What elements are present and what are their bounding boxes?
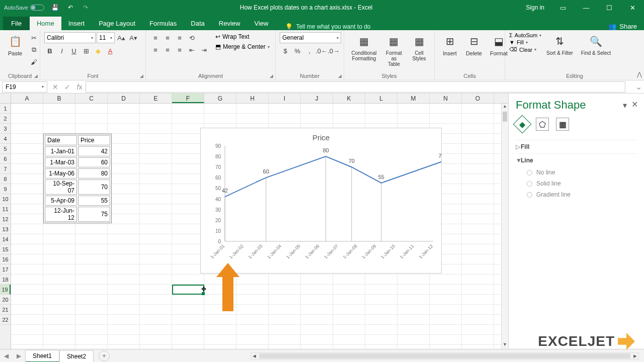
sheet-nav-next-icon[interactable]: ▶ (13, 352, 25, 359)
copy-icon[interactable]: ⧉ (28, 44, 39, 55)
wrap-text-button[interactable]: ↩Wrap Text (214, 32, 271, 41)
paste-button[interactable]: 📋 Paste (4, 32, 26, 57)
row-header[interactable]: 19 (0, 285, 11, 295)
row-header[interactable]: 16 (0, 254, 11, 264)
ribbon-display-icon[interactable]: ▭ (551, 0, 575, 15)
fill-line-tab-icon[interactable]: ◆ (513, 115, 532, 134)
row-header[interactable]: 3 (0, 124, 11, 134)
font-color-icon[interactable]: A (105, 45, 116, 56)
sort-filter-button[interactable]: ⇅ Sort & Filter (543, 32, 576, 57)
clear-button[interactable]: ⌫Clear▾ (509, 46, 541, 53)
select-all-corner[interactable] (0, 94, 11, 103)
column-header[interactable]: G (204, 94, 236, 103)
number-format-select[interactable]: General▾ (280, 32, 341, 43)
arrow-shape[interactable] (216, 263, 239, 311)
column-header[interactable]: L (365, 94, 397, 103)
fill-color-icon[interactable]: ◆ (93, 45, 104, 56)
column-header[interactable]: F (172, 94, 204, 103)
column-header[interactable]: M (397, 94, 430, 103)
percent-icon[interactable]: % (292, 45, 303, 56)
row-header[interactable]: 1 (0, 104, 11, 114)
autosave-toggle[interactable]: AutoSave (4, 5, 44, 11)
column-header[interactable]: B (43, 94, 75, 103)
expand-formula-bar-icon[interactable]: ⌄ (633, 82, 644, 92)
merge-center-button[interactable]: ⬒Merge & Center▾ (214, 42, 271, 51)
tab-page-layout[interactable]: Page Layout (92, 17, 142, 30)
column-header[interactable]: H (236, 94, 269, 103)
tab-home[interactable]: Home (30, 17, 61, 30)
row-header[interactable]: 10 (0, 194, 11, 204)
row-header[interactable]: 22 (0, 315, 11, 325)
borders-icon[interactable]: ⊞ (80, 45, 92, 56)
save-icon[interactable]: 💾 (51, 4, 59, 12)
row-header[interactable]: 13 (0, 224, 11, 234)
minimize-icon[interactable]: ― (575, 0, 598, 15)
row-header[interactable]: 4 (0, 134, 11, 144)
sheet-tab-2[interactable]: Sheet2 (59, 350, 94, 362)
row-header[interactable]: 11 (0, 204, 11, 214)
column-header[interactable]: N (430, 94, 462, 103)
tab-file[interactable]: File (3, 17, 30, 30)
row-header[interactable]: 14 (0, 234, 11, 244)
add-sheet-icon[interactable]: + (99, 350, 110, 361)
pane-options-icon[interactable]: ▾ (623, 101, 627, 110)
share-button[interactable]: 👥 Share (601, 23, 644, 30)
collapse-ribbon-icon[interactable]: ⋀ (637, 71, 642, 78)
fx-icon[interactable]: fx (73, 83, 86, 91)
row-header[interactable]: 15 (0, 244, 11, 254)
align-left-icon[interactable]: ≡ (150, 44, 161, 55)
sheet-nav-prev-icon[interactable]: ◀ (0, 352, 13, 359)
underline-button[interactable]: U (68, 45, 79, 56)
column-header[interactable]: O (462, 94, 494, 103)
decrease-indent-icon[interactable]: ⇤ (186, 44, 197, 55)
enter-formula-icon[interactable]: ✓ (61, 83, 73, 91)
no-line-radio[interactable]: No line (516, 167, 637, 178)
sheet-tab-1[interactable]: Sheet1 (25, 350, 59, 362)
row-header[interactable]: 21 (0, 305, 11, 315)
column-header[interactable]: E (140, 94, 172, 103)
close-pane-icon[interactable]: ✕ (631, 100, 638, 109)
increase-decimal-icon[interactable]: .0← (316, 45, 327, 56)
increase-font-icon[interactable]: A▴ (116, 32, 127, 43)
dialog-launcher-icon[interactable]: ◢ (34, 73, 38, 78)
row-header[interactable]: 2 (0, 114, 11, 124)
maximize-icon[interactable]: ☐ (598, 0, 621, 15)
row-header[interactable]: 6 (0, 154, 11, 164)
column-header[interactable]: I (269, 94, 301, 103)
column-header[interactable]: C (75, 94, 108, 103)
tab-insert[interactable]: Insert (61, 17, 92, 30)
cell-styles-button[interactable]: ▦ Cell Styles (408, 32, 430, 62)
spreadsheet-grid[interactable]: ABCDEFGHIJKLMNO 123456789101112131415161… (0, 94, 508, 349)
align-middle-icon[interactable]: ≡ (162, 32, 173, 43)
horizontal-scrollbar[interactable]: ◀ ▶ (251, 352, 639, 359)
tell-me-search[interactable]: 💡 Tell me what you want to do (285, 23, 601, 30)
autosum-button[interactable]: ΣAutoSum▾ (509, 32, 541, 38)
align-center-icon[interactable]: ≡ (162, 44, 173, 55)
dialog-launcher-icon[interactable]: ◢ (270, 73, 273, 78)
row-header[interactable]: 12 (0, 214, 11, 224)
line-section[interactable]: ▼Line (516, 153, 637, 167)
name-box[interactable]: F19▾ (2, 81, 47, 93)
column-header[interactable]: D (108, 94, 140, 103)
cancel-formula-icon[interactable]: ✕ (49, 83, 61, 91)
column-header[interactable]: A (11, 94, 43, 103)
line-chart[interactable]: Price 01020304050607080901-Jan-011-Jan-0… (200, 128, 442, 274)
row-header[interactable]: 9 (0, 184, 11, 194)
solid-line-radio[interactable]: Solid line (516, 178, 637, 189)
fill-button[interactable]: ▼Fill▾ (509, 39, 541, 45)
row-header[interactable]: 7 (0, 164, 11, 174)
format-painter-icon[interactable]: 🖌 (28, 56, 39, 67)
font-size-select[interactable]: 11▾ (97, 32, 115, 43)
column-header[interactable]: J (301, 94, 333, 103)
row-header[interactable]: 8 (0, 174, 11, 184)
redo-icon[interactable]: ↷ (82, 4, 90, 12)
orientation-icon[interactable]: ⟲ (186, 32, 197, 43)
format-as-table-button[interactable]: ▦ Format as Table (382, 32, 406, 68)
accounting-icon[interactable]: $ (280, 45, 291, 56)
dialog-launcher-icon[interactable]: ◢ (140, 73, 143, 78)
signin-link[interactable]: Sign in (519, 4, 551, 11)
conditional-formatting-button[interactable]: ▦ Conditional Formatting (348, 32, 380, 62)
font-name-select[interactable]: Calibri▾ (44, 32, 96, 43)
tab-view[interactable]: View (247, 17, 275, 30)
italic-button[interactable]: I (56, 45, 67, 56)
